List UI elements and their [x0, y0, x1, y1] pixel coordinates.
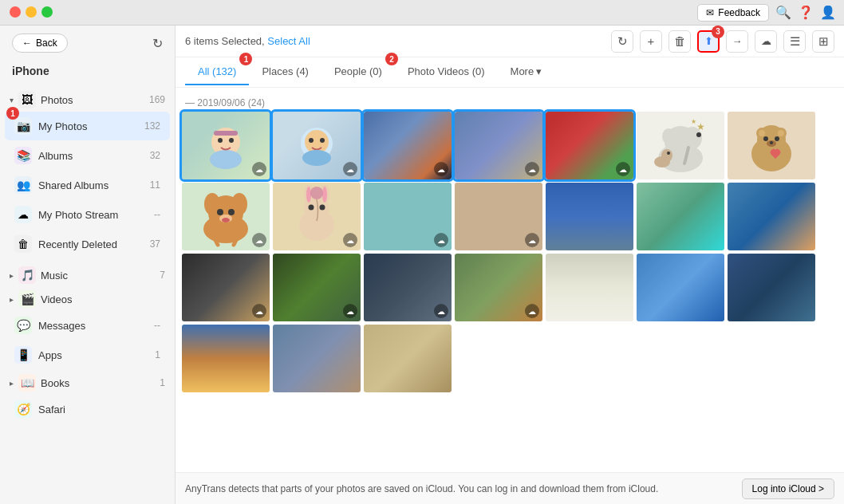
recently-deleted-icon: 🗑 — [14, 235, 32, 253]
photo-item[interactable]: ☁ — [273, 183, 361, 250]
content-toolbar: 6 items Selected, Select All ↻ + 🗑 ⬆ 3 — [176, 26, 844, 57]
sidebar-item-videos[interactable]: ▸ 🎬 Videos — [0, 286, 175, 310]
cloud-icon: ☁ — [616, 162, 630, 176]
photo-item[interactable]: ☁ — [364, 112, 452, 179]
shared-albums-label: Shared Albums — [38, 179, 144, 191]
photo-item[interactable]: ☁ — [455, 183, 542, 250]
transfer-icon: → — [732, 35, 743, 47]
photo-item[interactable] — [728, 183, 815, 250]
back-button[interactable]: ← Back — [12, 33, 68, 53]
svg-point-2 — [218, 138, 223, 143]
albums-count: 32 — [150, 150, 160, 161]
refresh-toolbar-button[interactable]: ↻ — [611, 30, 633, 53]
photo-item[interactable] — [273, 325, 361, 392]
tab-photo-videos[interactable]: Photo Videos (0) — [395, 59, 498, 85]
svg-point-25 — [778, 130, 784, 136]
sidebar-item-safari[interactable]: 🧭 Safari — [5, 395, 170, 423]
upload-toolbar-button[interactable]: ☁ — [755, 30, 777, 53]
sidebar-item-my-photos[interactable]: 📷 My Photos 132 1 — [5, 112, 170, 140]
music-label: Music — [41, 270, 155, 282]
main-layout: ← Back ↻ iPhone ▾ 🖼 Photos 169 📷 My Phot… — [0, 26, 844, 504]
tab-people[interactable]: People (0) 2 — [321, 59, 395, 85]
svg-point-45 — [320, 204, 325, 210]
sidebar-item-photos[interactable]: ▾ 🖼 Photos 169 — [0, 87, 175, 111]
photo-item[interactable] — [637, 183, 724, 250]
list-view-button[interactable]: ☰ — [783, 30, 806, 53]
svg-point-13 — [696, 132, 701, 137]
svg-text:★: ★ — [696, 121, 705, 132]
sidebar-item-recently-deleted[interactable]: 🗑 Recently Deleted 37 — [5, 230, 170, 258]
back-arrow-icon: ← — [22, 37, 32, 49]
help-icon[interactable]: ❓ — [798, 5, 814, 20]
cloud-icon: ☁ — [252, 304, 266, 318]
sidebar-item-books[interactable]: ▸ 📖 Books 1 — [0, 370, 175, 394]
photo-item[interactable] — [728, 112, 815, 179]
photo-row-selected: ☁ ☁ — [182, 112, 838, 179]
delete-toolbar-button[interactable]: 🗑 — [668, 30, 691, 53]
cloud-icon: ☁ — [434, 304, 448, 318]
select-all-link[interactable]: Select All — [267, 35, 310, 47]
photo-item[interactable]: ☁ — [273, 254, 361, 321]
sidebar-item-shared-albums[interactable]: 👥 Shared Albums 11 — [5, 171, 170, 199]
export-toolbar-button[interactable]: ⬆ 3 — [697, 30, 720, 53]
account-icon[interactable]: 👤 — [820, 5, 836, 20]
my-photo-stream-icon: ☁ — [14, 206, 32, 223]
back-label: Back — [36, 37, 57, 49]
refresh-icon[interactable]: ↻ — [152, 36, 163, 51]
albums-icon: 📚 — [14, 147, 32, 164]
photos-icon: 🖼 — [18, 91, 36, 108]
photo-item[interactable]: ☁ — [273, 112, 361, 179]
plus-icon: + — [648, 34, 655, 48]
tabs-bar: All (132) 1 Places (4) People (0) 2 Phot… — [176, 57, 844, 88]
chevron-down-icon: ▾ — [10, 96, 14, 104]
icloud-notice-text: AnyTrans detects that parts of your phot… — [185, 483, 658, 494]
photo-item[interactable]: ☁ — [546, 112, 633, 179]
photo-item[interactable] — [546, 183, 633, 250]
cloud-icon: ☁ — [343, 233, 357, 247]
feedback-button[interactable]: ✉ Feedback — [697, 4, 769, 22]
sidebar-item-messages[interactable]: 💬 Messages -- — [5, 311, 170, 340]
photo-item[interactable]: ★ ★ — [637, 112, 724, 179]
photos-count: 169 — [149, 94, 165, 105]
icloud-login-button[interactable]: Log into iCloud > — [742, 478, 834, 499]
svg-point-37 — [222, 218, 230, 222]
chevron-right-icon: ▸ — [10, 271, 14, 280]
photo-item[interactable]: ☁ — [182, 254, 270, 321]
sidebar-item-albums[interactable]: 📚 Albums 32 — [5, 141, 170, 170]
chevron-right-icon3: ▸ — [10, 379, 14, 388]
photo-item[interactable]: ☁ — [455, 112, 542, 179]
svg-text:★: ★ — [691, 118, 696, 125]
photo-item[interactable]: ☁ — [364, 254, 452, 321]
photo-item[interactable]: ☁ — [182, 112, 270, 179]
svg-point-7 — [309, 138, 314, 143]
photo-item[interactable] — [546, 254, 633, 321]
photo-item[interactable] — [637, 254, 724, 321]
photo-item[interactable]: ☁ — [182, 183, 270, 250]
photo-item[interactable] — [364, 325, 452, 392]
search-icon[interactable]: 🔍 — [775, 5, 791, 20]
close-dot[interactable] — [10, 6, 21, 18]
sidebar-item-apps[interactable]: 📱 Apps 1 — [5, 341, 170, 369]
sidebar-item-my-photo-stream[interactable]: ☁ My Photo Stream -- — [5, 200, 170, 229]
sidebar-section-photos: ▾ 🖼 Photos 169 📷 My Photos 132 1 📚 Album… — [0, 84, 175, 262]
tab-more[interactable]: More ▾ — [498, 59, 555, 85]
videos-icon: 🎬 — [18, 290, 36, 308]
grid-view-button[interactable]: ⊞ — [812, 30, 834, 53]
tab-places[interactable]: Places (4) — [249, 59, 321, 85]
tab-all[interactable]: All (132) 1 — [185, 59, 249, 85]
cloud-icon: ☁ — [343, 304, 357, 318]
photo-item[interactable]: ☁ — [455, 254, 542, 321]
cloud-icon: ☁ — [434, 233, 448, 247]
recently-deleted-label: Recently Deleted — [38, 238, 144, 250]
photo-item[interactable] — [728, 254, 815, 321]
maximize-dot[interactable] — [41, 6, 53, 18]
transfer-toolbar-button[interactable]: → — [726, 30, 748, 53]
svg-point-26 — [763, 136, 768, 141]
photo-row-3: ☁ ☁ ☁ ☁ — [182, 254, 838, 321]
photo-item[interactable]: ☁ — [364, 183, 452, 250]
minimize-dot[interactable] — [26, 6, 37, 18]
photo-item[interactable] — [182, 325, 270, 392]
sidebar-item-music[interactable]: ▸ 🎵 Music 7 — [0, 262, 175, 286]
messages-icon: 💬 — [14, 317, 32, 334]
add-toolbar-button[interactable]: + — [640, 30, 662, 53]
